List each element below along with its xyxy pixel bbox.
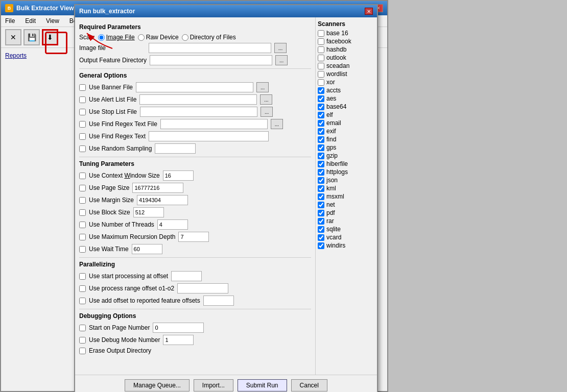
margin-size-label: Use Margin Size [89,197,134,204]
scanner-sqlite-check[interactable] [318,226,324,233]
find-regex-file-browse-button[interactable]: ... [271,119,283,129]
find-regex-file-check[interactable] [79,121,86,128]
start-page-check[interactable] [79,325,86,331]
stop-list-browse-button[interactable]: ... [261,107,273,117]
scanner-hiberfile-check[interactable] [318,161,324,167]
block-size-check[interactable] [79,209,86,216]
debug-mode-check[interactable] [79,337,86,344]
radio-raw-device-label[interactable]: Raw Device [138,34,179,41]
scanner-email-check[interactable] [318,120,324,127]
menu-file[interactable]: File [3,16,17,26]
scanner-net: net [318,201,375,208]
scanner-gzip-check[interactable] [318,153,324,159]
debug-mode-input[interactable] [163,335,194,345]
start-offset-input[interactable] [171,271,202,281]
scanner-facebook-check[interactable] [318,38,324,45]
banner-file-input[interactable] [136,82,253,92]
scanner-json-label: json [326,177,338,184]
banner-file-check[interactable] [79,84,86,91]
scanner-aes-check[interactable] [318,95,324,102]
scanner-msxml-check[interactable] [318,193,324,200]
process-range-input[interactable] [177,283,228,293]
margin-size-check[interactable] [79,197,86,204]
import-button[interactable]: Import... [194,379,233,391]
stop-list-check[interactable] [79,109,86,115]
clear-button[interactable]: ✕ [5,29,21,45]
scanner-elf-label: elf [326,111,333,118]
add-offset-check[interactable] [79,298,86,304]
start-page-input[interactable] [153,323,204,333]
scanner-rar-label: rar [326,217,334,225]
find-regex-file-label: Use Find Regex Text File [89,120,157,128]
margin-size-input[interactable] [137,195,188,205]
add-offset-input[interactable] [203,296,234,306]
num-threads-input[interactable] [157,219,188,230]
scanner-xor-check[interactable] [318,79,324,86]
context-window-input[interactable] [163,170,194,181]
max-recursion-check[interactable] [79,234,86,240]
scanner-outlook-check[interactable] [318,55,324,61]
dialog-body: Required Parameters Scan: Image File Raw… [75,17,377,375]
find-regex-text-check[interactable] [79,133,86,140]
alert-list-input[interactable] [139,94,257,105]
block-size-input[interactable] [133,207,164,217]
radio-directory[interactable] [182,34,188,41]
scanner-net-check[interactable] [318,202,324,208]
max-recursion-label: Use Maximum Recursion Depth [89,233,175,240]
scanner-base16-check[interactable] [318,30,324,37]
random-sampling-input[interactable] [155,143,196,154]
scanner-rar-check[interactable] [318,218,324,225]
radio-image-file[interactable] [98,34,105,41]
context-window-check[interactable] [79,173,86,179]
find-regex-file-input[interactable] [160,119,268,129]
process-range-check[interactable] [79,285,86,292]
scanner-base64-check[interactable] [318,104,324,110]
scanner-kml-check[interactable] [318,185,324,192]
radio-image-file-label[interactable]: Image File [98,34,135,41]
alert-list-browse-button[interactable]: ... [260,94,272,105]
output-dir-input[interactable] [150,55,272,65]
scanner-httplogs-check[interactable] [318,169,324,176]
menu-view[interactable]: View [44,16,61,26]
scan-row: Scan: Image File Raw Device Directory of… [79,34,311,41]
scanner-accts-check[interactable] [318,87,324,94]
find-regex-text-input[interactable] [149,131,269,141]
max-recursion-input[interactable] [178,232,209,242]
output-dir-browse-button[interactable]: ... [275,55,288,65]
submit-run-button[interactable]: Submit Run [238,379,287,391]
wait-time-input[interactable] [132,244,162,254]
scanner-elf-check[interactable] [318,112,324,118]
page-size-check[interactable] [79,185,86,191]
image-file-browse-button[interactable]: ... [274,43,287,53]
page-size-input[interactable] [132,183,183,193]
banner-file-browse-button[interactable]: ... [256,82,269,92]
save-button[interactable]: 💾 [23,29,40,45]
scanner-find-check[interactable] [318,136,324,143]
start-offset-check[interactable] [79,273,86,280]
scanner-hashdb-check[interactable] [318,46,324,53]
alert-list-check[interactable] [79,96,86,103]
cancel-button[interactable]: Cancel [291,379,327,391]
scanner-pdf-check[interactable] [318,210,324,216]
download-button[interactable]: ⬇ [42,29,58,45]
num-threads-check[interactable] [79,222,86,228]
manage-queue-button[interactable]: Manage Queue... [125,379,190,391]
stop-list-input[interactable] [140,107,257,117]
wait-time-check[interactable] [79,246,86,253]
scanner-windirs-check[interactable] [318,242,324,249]
erase-output-check[interactable] [79,348,86,354]
scanner-windirs: windirs [318,242,375,249]
scanner-sceadan-check[interactable] [318,63,324,69]
dialog-close-button[interactable]: ✕ [365,8,373,15]
random-sampling-check[interactable] [79,145,86,152]
scanner-wordlist-check[interactable] [318,71,324,78]
scanner-json-check[interactable] [318,177,324,184]
scanner-gps-check[interactable] [318,144,324,151]
scanner-exif-check[interactable] [318,128,324,135]
menu-edit[interactable]: Edit [23,16,38,26]
image-file-input[interactable] [149,43,271,53]
radio-raw-device[interactable] [138,34,145,41]
radio-directory-label[interactable]: Directory of Files [182,34,236,41]
block-size-row: Use Block Size [79,207,311,217]
scanner-vcard-check[interactable] [318,234,324,241]
